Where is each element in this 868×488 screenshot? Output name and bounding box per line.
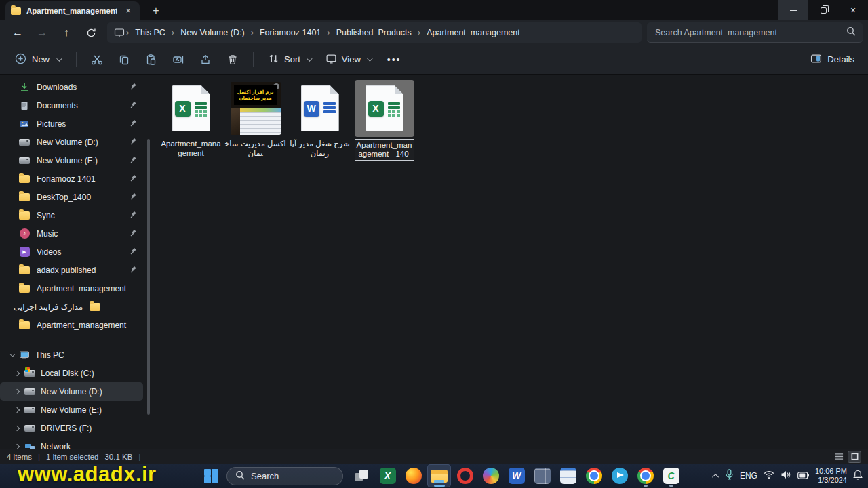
sidebar-item-new-volume-d[interactable]: New Volume (D:)	[0, 133, 143, 151]
taskbar-search[interactable]: Search	[226, 467, 343, 485]
taskbar-icon-excel[interactable]: X	[376, 464, 399, 487]
icons-view-toggle[interactable]	[848, 451, 861, 463]
tree-item-this-pc[interactable]: This PC	[0, 346, 143, 364]
sidebar-scrollbar[interactable]	[147, 139, 150, 415]
paste-button[interactable]	[138, 49, 164, 70]
see-more-button[interactable]: •••	[379, 49, 410, 70]
language-indicator[interactable]: ENG	[740, 471, 757, 481]
taskbar-icon-camtasia[interactable]: C	[659, 464, 683, 487]
breadcrumb[interactable]: ›This PC›New Volume (D:)›Foriamooz 1401›…	[107, 22, 642, 43]
pin-icon	[129, 81, 138, 94]
chevron-right-icon[interactable]	[14, 370, 20, 375]
minimize-button[interactable]	[778, 0, 808, 20]
network-icon	[24, 441, 35, 449]
search-input[interactable]	[654, 27, 846, 38]
copy-button[interactable]	[111, 49, 137, 70]
up-button[interactable]: ↑	[54, 22, 79, 43]
sidebar-item-sync[interactable]: Sync	[0, 206, 143, 224]
chevron-right-icon[interactable]	[14, 425, 20, 430]
sidebar-item-apartment-management[interactable]: Apartment_management	[0, 279, 143, 298]
sidebar-item-videos[interactable]: ▶Videos	[0, 243, 143, 261]
file-apartment-management[interactable]: XApartment_management	[159, 80, 223, 158]
rename-input[interactable]: Apartment_management - 140	[355, 139, 414, 161]
taskbar-icon-paint[interactable]	[479, 464, 502, 487]
rename-button[interactable]	[165, 49, 191, 70]
details-view-toggle[interactable]	[832, 451, 846, 463]
folder-icon	[19, 174, 30, 184]
file-item[interactable]: نرم افزار اکسلمدیر ساختماناکسل مدیریت سا…	[223, 80, 288, 158]
new-button[interactable]: New	[7, 49, 68, 70]
tree-item-drivers-f[interactable]: DRIVERS (F:)	[0, 419, 143, 437]
tree-item-network[interactable]: Network	[0, 437, 143, 449]
sidebar-item-apartment-management[interactable]: Apartment_management	[0, 316, 143, 334]
chevron-down-icon[interactable]	[9, 351, 15, 357]
refresh-button[interactable]	[79, 22, 103, 43]
notifications-bell-icon[interactable]	[853, 470, 863, 483]
taskbar-icon-file-explorer[interactable]	[427, 464, 451, 487]
breadcrumb-item-published-products[interactable]: Published_Products	[332, 28, 416, 37]
taskbar-icon-opera[interactable]	[453, 464, 477, 487]
taskbar-icon-chrome[interactable]	[582, 464, 606, 487]
file-explorer-window: Apartment_management × + × ← → ↑ ›This	[0, 0, 868, 464]
back-button[interactable]: ←	[5, 22, 30, 43]
volume-icon[interactable]	[781, 470, 791, 482]
sidebar-item-downloads[interactable]: Downloads	[0, 78, 143, 96]
new-tab-button[interactable]: +	[148, 3, 164, 19]
details-button[interactable]: Details	[804, 49, 861, 70]
file-apartment-management-140[interactable]: XApartment_management - 140	[352, 80, 416, 161]
hidden-icons-chevron[interactable]	[712, 473, 719, 480]
start-button[interactable]	[199, 464, 222, 487]
taskbar-icon-notepad[interactable]	[556, 464, 580, 487]
maximize-button[interactable]	[808, 0, 838, 20]
sidebar-item-foriamooz-1401[interactable]: Foriamooz 1401	[0, 169, 143, 188]
wifi-icon[interactable]	[764, 470, 774, 482]
excel-file-icon: X	[366, 85, 403, 131]
status-divider: |	[38, 453, 40, 461]
sidebar-item-adadx-published[interactable]: adadx published	[0, 261, 143, 279]
chevron-down-icon	[307, 56, 312, 61]
sidebar-item-documents[interactable]: Documents	[0, 96, 143, 115]
tree-item-new-volume-e[interactable]: New Volume (E:)	[0, 401, 143, 419]
battery-icon[interactable]	[797, 470, 809, 482]
delete-button[interactable]	[220, 49, 245, 70]
chevron-right-icon[interactable]	[14, 388, 20, 394]
tab-close-icon[interactable]: ×	[122, 5, 134, 17]
tree-item-local-disk-c[interactable]: Local Disk (C:)	[0, 364, 143, 382]
view-toggles	[832, 451, 861, 463]
tree-item-new-volume-d[interactable]: New Volume (D:)	[0, 382, 143, 401]
chevron-right-icon[interactable]	[14, 443, 20, 449]
forward-button[interactable]: →	[30, 22, 54, 43]
share-button[interactable]	[193, 49, 218, 70]
sidebar-item-desktop-1400[interactable]: DeskTop_1400	[0, 188, 143, 206]
taskbar-icon-firefox[interactable]	[401, 464, 425, 487]
breadcrumb-item-foriamooz-1401[interactable]: Foriamooz 1401	[255, 28, 326, 37]
taskbar-icon-task-view[interactable]	[350, 464, 374, 487]
sort-button-label: Sort	[284, 54, 300, 64]
breadcrumb-item-new-volume-d[interactable]: New Volume (D:)	[176, 28, 249, 37]
details-button-label: Details	[827, 54, 854, 64]
microphone-icon[interactable]	[725, 469, 734, 483]
sort-button[interactable]: Sort	[261, 49, 317, 70]
sidebar-item-new-volume-e[interactable]: New Volume (E:)	[0, 151, 143, 169]
search-box[interactable]	[647, 22, 863, 43]
sidebar-item-item[interactable]: مدارک فرایند اجرایی	[0, 298, 143, 316]
folder-icon	[19, 265, 30, 276]
pin-icon	[129, 191, 138, 203]
close-button[interactable]: ×	[838, 0, 868, 20]
taskbar-icon-telegram[interactable]	[608, 464, 631, 487]
clock[interactable]: 10:06 PM 1/3/2024	[815, 467, 847, 485]
sidebar-item-music[interactable]: ♪Music	[0, 224, 143, 243]
cut-button[interactable]	[84, 49, 110, 70]
breadcrumb-item-this-pc[interactable]: This PC	[130, 28, 170, 37]
chevron-right-icon[interactable]	[14, 407, 20, 412]
taskbar-icon-chrome-profile[interactable]	[633, 464, 657, 487]
file-item[interactable]: Wشرح شغل مدیر آپارتمان	[288, 80, 352, 158]
view-button[interactable]: View	[319, 49, 378, 70]
explorer-tab[interactable]: Apartment_management ×	[5, 1, 140, 20]
breadcrumb-chevron-icon: ›	[125, 27, 130, 37]
taskbar-icon-calculator[interactable]	[530, 464, 554, 487]
breadcrumb-item-apartment-management[interactable]: Apartment_management	[422, 28, 525, 37]
taskbar-icon-word[interactable]: W	[505, 464, 528, 487]
view-button-label: View	[342, 54, 361, 64]
sidebar-item-pictures[interactable]: Pictures	[0, 115, 143, 133]
